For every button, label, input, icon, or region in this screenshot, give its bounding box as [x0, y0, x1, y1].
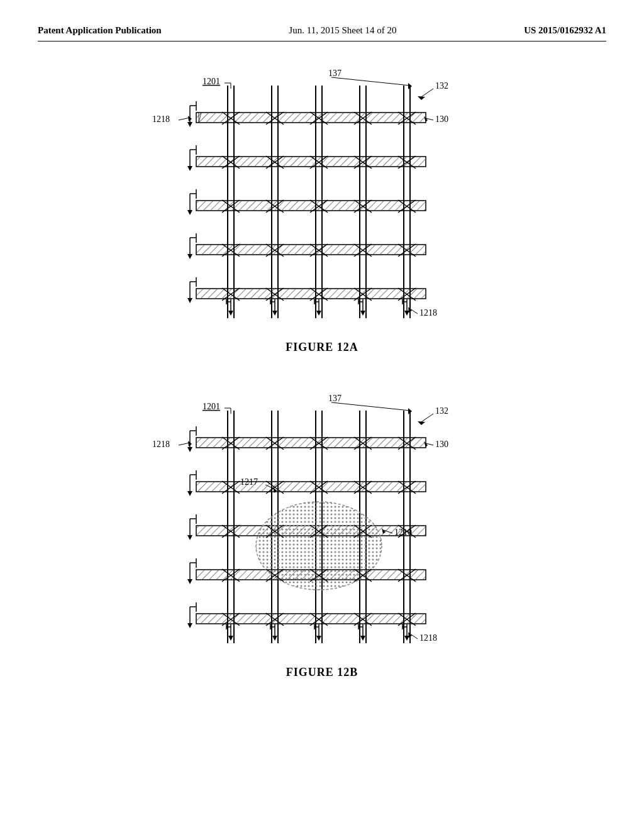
page-header: Patent Application Publication Jun. 11, … — [38, 25, 606, 42]
svg-text:1218: 1218 — [152, 440, 170, 449]
svg-text:132: 132 — [435, 81, 448, 91]
svg-text:130: 130 — [435, 114, 448, 124]
svg-marker-247 — [228, 636, 233, 641]
svg-marker-251 — [272, 636, 277, 641]
figure-12b-diagram: 1201 137 132 130 1218 1218 — [133, 392, 511, 656]
figure-12a-block: 1201 137 132 130 — [38, 67, 606, 354]
svg-line-139 — [410, 309, 418, 314]
svg-marker-219 — [187, 447, 192, 452]
svg-marker-131 — [418, 96, 425, 100]
svg-marker-78 — [187, 122, 192, 127]
header-center-text: Jun. 11, 2015 Sheet 14 of 20 — [289, 25, 396, 36]
svg-marker-231 — [187, 535, 192, 540]
svg-marker-255 — [316, 636, 321, 641]
svg-marker-106 — [228, 311, 233, 316]
svg-text:1210: 1210 — [394, 528, 412, 537]
figures-container: 1201 137 132 130 — [38, 67, 606, 679]
svg-marker-237 — [187, 579, 192, 584]
svg-marker-122 — [404, 311, 409, 316]
figure-12b-block: 1201 137 132 130 1218 1218 — [38, 392, 606, 679]
svg-text:137: 137 — [328, 69, 341, 78]
svg-line-127 — [331, 77, 410, 86]
svg-text:1201: 1201 — [203, 402, 220, 411]
svg-text:137: 137 — [328, 394, 341, 403]
svg-text:130: 130 — [435, 440, 448, 449]
header-right-text: US 2015/0162932 A1 — [524, 25, 606, 36]
svg-marker-102 — [187, 298, 192, 303]
svg-line-277 — [179, 443, 190, 445]
svg-marker-243 — [187, 623, 192, 628]
svg-text:1218: 1218 — [152, 114, 170, 124]
svg-marker-96 — [187, 254, 192, 259]
svg-marker-272 — [418, 421, 425, 425]
svg-text:132: 132 — [435, 406, 448, 416]
header-left-text: Patent Application Publication — [38, 25, 162, 36]
figure-12a-diagram: 1201 137 132 130 — [133, 67, 511, 331]
figure-12b-caption: FIGURE 12B — [286, 666, 358, 679]
svg-line-280 — [410, 634, 418, 639]
svg-text:1217: 1217 — [240, 477, 258, 487]
svg-marker-118 — [360, 311, 365, 316]
svg-marker-114 — [316, 311, 321, 316]
svg-text:1218: 1218 — [419, 633, 437, 643]
svg-line-136 — [179, 118, 190, 120]
page: Patent Application Publication Jun. 11, … — [0, 0, 644, 830]
svg-marker-84 — [187, 166, 192, 171]
svg-marker-90 — [187, 210, 192, 215]
svg-marker-110 — [272, 311, 277, 316]
svg-text:1218: 1218 — [419, 308, 437, 318]
svg-marker-263 — [404, 636, 409, 641]
svg-line-268 — [331, 402, 410, 411]
svg-marker-225 — [187, 491, 192, 496]
figure-12a-caption: FIGURE 12A — [286, 341, 358, 354]
svg-text:1201: 1201 — [203, 77, 220, 86]
svg-point-163 — [256, 502, 382, 590]
svg-marker-259 — [360, 636, 365, 641]
